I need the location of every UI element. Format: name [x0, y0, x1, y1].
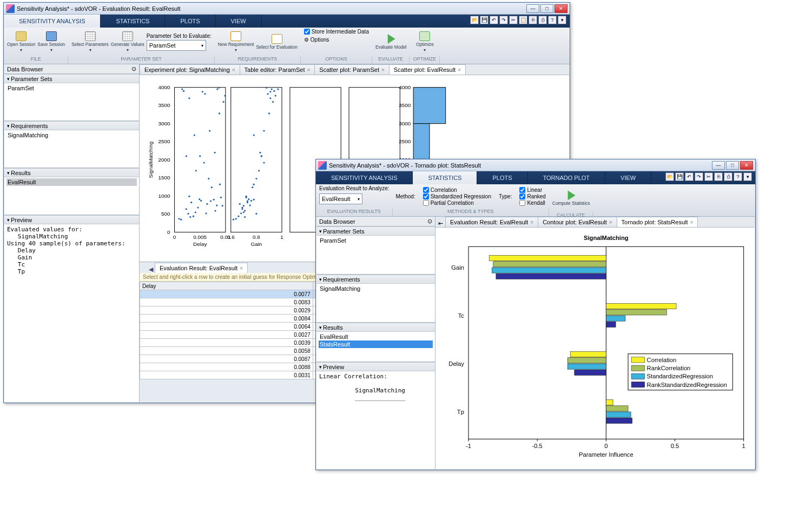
select-parameters-button[interactable]: Select Parameters▾: [71, 29, 109, 55]
svg-text:SignalMatching: SignalMatching: [148, 142, 154, 178]
dock-icon[interactable]: ⇤: [435, 220, 445, 227]
minimize-button[interactable]: —: [526, 4, 539, 13]
options-button[interactable]: ⚙Options: [304, 37, 329, 43]
qat-icon[interactable]: 📋: [519, 16, 527, 24]
list-item[interactable]: ParamSet: [6, 84, 137, 92]
collapse-icon[interactable]: ⊙: [427, 218, 432, 225]
titlebar[interactable]: Sensitivity Analysis* - sdoVOR - Evaluat…: [4, 3, 570, 15]
titlebar[interactable]: Sensitivity Analysis* - sdoVOR - Tornado…: [316, 159, 755, 171]
tab-plots[interactable]: PLOTS: [165, 15, 215, 28]
close-icon[interactable]: ×: [307, 67, 310, 73]
tab-sensitivity[interactable]: SENSITIVITY ANALYSIS: [316, 171, 413, 184]
close-icon[interactable]: ×: [232, 67, 235, 73]
generate-values-button[interactable]: Generate Values▾: [111, 29, 144, 55]
qat-icon[interactable]: ↶: [685, 172, 694, 181]
svg-point-65: [255, 213, 257, 215]
close-button[interactable]: ✕: [740, 161, 753, 170]
chevron-down-icon[interactable]: ▾: [743, 172, 752, 181]
doc-tab[interactable]: Table editor: ParamSet×: [240, 64, 315, 75]
close-icon[interactable]: ×: [609, 219, 612, 225]
qat-icon[interactable]: ⎙: [538, 16, 547, 24]
help-icon[interactable]: ?: [548, 16, 557, 24]
svg-point-63: [271, 88, 273, 90]
tab-statistics[interactable]: STATISTICS: [101, 15, 165, 28]
compute-statistics-button[interactable]: Compute Statistics: [552, 185, 590, 211]
svg-text:2500: 2500: [159, 138, 171, 144]
tab-view[interactable]: VIEW: [605, 171, 651, 184]
tab-sensitivity[interactable]: SENSITIVITY ANALYSIS: [4, 15, 101, 28]
help-icon[interactable]: ?: [734, 172, 742, 181]
doc-tab[interactable]: Contour plot: EvalResult×: [538, 217, 617, 227]
qat-icon[interactable]: ✂: [704, 172, 713, 181]
eval-result-dropdown[interactable]: EvalResult▾: [319, 193, 362, 204]
type-checkbox[interactable]: Ranked: [519, 193, 545, 199]
svg-text:4000: 4000: [159, 84, 171, 90]
save-session-button[interactable]: Save Session▾: [37, 29, 65, 55]
parameter-sets-header[interactable]: Parameter Sets: [4, 74, 139, 83]
qat-icon[interactable]: ↷: [499, 16, 508, 24]
doc-tab[interactable]: Scatter plot: EvalResult×: [389, 64, 466, 75]
results-header[interactable]: Results: [316, 323, 435, 332]
preview-header[interactable]: Preview: [316, 362, 435, 371]
requirements-header[interactable]: Requirements: [4, 121, 139, 130]
list-item[interactable]: SignalMatching: [6, 131, 137, 139]
open-session-button[interactable]: Open Session▾: [7, 29, 35, 55]
new-requirement-button[interactable]: New Requirement▾: [218, 29, 254, 55]
evaluate-model-button[interactable]: Evaluate Model: [375, 29, 406, 55]
collapse-icon[interactable]: ◀: [147, 266, 155, 273]
tab-tornado[interactable]: TORNADO PLOT: [528, 171, 606, 184]
maximize-button[interactable]: □: [540, 4, 553, 13]
minimize-button[interactable]: —: [712, 161, 725, 170]
type-checkbox[interactable]: Kendall: [519, 200, 545, 206]
results-header[interactable]: Results: [4, 168, 139, 177]
list-item[interactable]: EvalResult: [6, 178, 137, 186]
list-item[interactable]: ParamSet: [319, 237, 433, 244]
qat-icon[interactable]: 💾: [480, 16, 488, 24]
select-for-eval-button[interactable]: Select for Evaluation: [256, 29, 297, 55]
list-item[interactable]: EvalResult: [319, 333, 433, 340]
maximize-button[interactable]: □: [726, 161, 739, 170]
doc-tab[interactable]: Tornado plot: StatsResult×: [617, 217, 698, 227]
optimize-button[interactable]: Optimize▾: [413, 29, 437, 55]
parameter-sets-header[interactable]: Parameter Sets: [316, 226, 435, 236]
list-item[interactable]: StatsResult: [319, 340, 433, 348]
list-item[interactable]: SignalMatching: [319, 285, 433, 292]
eval-result-tab[interactable]: Evaluation Result: EvalResult×: [155, 263, 248, 273]
chevron-down-icon[interactable]: ▾: [558, 16, 566, 24]
qat-icon[interactable]: ⎘: [714, 172, 723, 181]
close-button[interactable]: ✕: [554, 4, 567, 13]
close-icon[interactable]: ×: [458, 67, 461, 73]
qat-icon[interactable]: ⎙: [724, 172, 732, 181]
preview-header[interactable]: Preview: [4, 215, 139, 224]
close-icon[interactable]: ×: [381, 67, 385, 73]
doc-tab[interactable]: Scatter plot: ParamSet×: [314, 64, 390, 75]
svg-point-81: [233, 219, 234, 221]
tab-plots[interactable]: PLOTS: [477, 171, 527, 184]
svg-text:3500: 3500: [399, 102, 411, 108]
paramset-dropdown[interactable]: ParamSet▾: [147, 40, 206, 51]
close-icon[interactable]: ×: [690, 219, 694, 225]
qat-icon[interactable]: ⎘: [529, 16, 537, 24]
method-checkbox[interactable]: Partial Correlation: [423, 200, 491, 206]
svg-point-91: [237, 216, 239, 217]
requirements-header[interactable]: Requirements: [316, 275, 435, 284]
method-checkbox[interactable]: Correlation: [423, 187, 491, 193]
qat-icon[interactable]: 📂: [470, 16, 479, 24]
qat-icon[interactable]: ↷: [695, 172, 703, 181]
qat-icon[interactable]: ↶: [490, 16, 498, 24]
method-checkbox[interactable]: Standardized Regression: [423, 193, 491, 199]
tab-view[interactable]: VIEW: [216, 15, 262, 28]
svg-point-99: [275, 95, 276, 97]
svg-point-43: [181, 88, 183, 90]
tab-statistics[interactable]: STATISTICS: [413, 171, 477, 184]
qat-icon[interactable]: 📂: [665, 172, 674, 181]
close-icon[interactable]: ×: [530, 219, 533, 225]
type-checkbox[interactable]: Linear: [519, 187, 545, 193]
store-intermediate-checkbox[interactable]: Store Intermediate Data: [304, 29, 369, 35]
qat-icon[interactable]: ✂: [509, 16, 518, 24]
doc-tab[interactable]: Experiment plot: SignalMatching×: [140, 64, 240, 75]
qat-icon[interactable]: 💾: [675, 172, 684, 181]
doc-tab[interactable]: Evaluation Result: EvalResult×: [445, 217, 538, 227]
close-icon[interactable]: ×: [240, 265, 243, 271]
collapse-icon[interactable]: ⊙: [131, 65, 136, 72]
